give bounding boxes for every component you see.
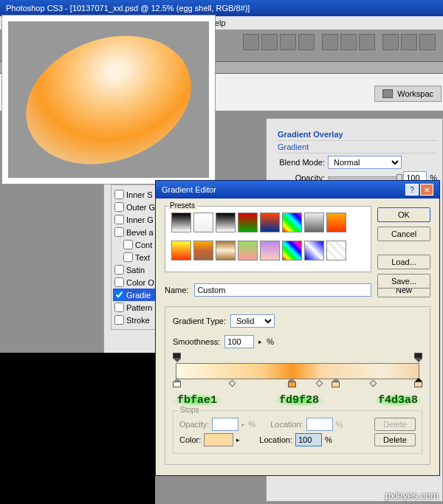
toolbar-icon[interactable]: [243, 34, 259, 50]
stop-location-unit-1: %: [336, 420, 343, 429]
layer-style-label: Gradie: [126, 291, 151, 300]
cancel-button[interactable]: Cancel: [377, 227, 430, 241]
presets-label: Presets: [168, 201, 197, 210]
toolbar-icon[interactable]: [280, 34, 296, 50]
layer-style-checkbox[interactable]: [114, 190, 124, 199]
stop-location-label-1: Location:: [270, 420, 303, 429]
stop-opacity-unit: %: [248, 420, 255, 429]
layer-style-label: Cont: [135, 241, 152, 249]
gradient-subtitle: Gradient: [278, 142, 437, 153]
preset-swatch[interactable]: [171, 213, 191, 232]
stop-opacity-input: [212, 418, 238, 431]
workspace-label: Workspac: [397, 89, 433, 98]
opacity-stop-right[interactable]: [414, 353, 422, 362]
gradient-type-select[interactable]: Solid: [230, 314, 275, 328]
stop-location-input-2[interactable]: [295, 433, 322, 446]
preset-swatch[interactable]: [193, 241, 213, 260]
toolbar-icon[interactable]: [419, 34, 436, 50]
blend-mode-label: Blend Mode:: [278, 158, 325, 167]
smoothness-unit: %: [267, 337, 274, 346]
stop-location-label-2: Location:: [259, 435, 292, 444]
toolbar-icon[interactable]: [401, 34, 417, 50]
name-input[interactable]: [194, 283, 371, 297]
toolbar-icon[interactable]: [322, 34, 338, 50]
preset-swatch[interactable]: [326, 241, 346, 260]
preset-swatch[interactable]: [304, 213, 324, 232]
stop-location-input-1: [306, 418, 333, 431]
layer-style-checkbox[interactable]: [114, 277, 124, 287]
midpoint-2[interactable]: [316, 380, 323, 387]
layer-style-label: Inner G: [126, 215, 154, 224]
canvas-preview: [1, 15, 216, 184]
gradient-overlay-panel: Gradient Overlay Gradient Blend Mode: No…: [273, 125, 442, 181]
preset-swatch[interactable]: [260, 241, 280, 260]
layer-style-label: Inner S: [126, 190, 152, 199]
delete-opacity-stop: Delete: [374, 418, 416, 431]
preset-swatch[interactable]: [260, 213, 280, 232]
load-button[interactable]: Load...: [377, 255, 430, 269]
preset-swatch[interactable]: [216, 213, 236, 232]
gradient-overlay-title: Gradient Overlay: [278, 130, 437, 141]
preset-swatch[interactable]: [304, 241, 324, 260]
layer-style-label: Pattern: [126, 303, 152, 312]
color-well[interactable]: [204, 433, 233, 446]
color-stop-4[interactable]: [414, 378, 422, 387]
color-stop-1[interactable]: [173, 378, 181, 387]
hex-label-2: fd9f28: [273, 394, 325, 407]
gradient-bar[interactable]: [176, 363, 419, 379]
watermark: pxleyes.com: [385, 490, 439, 501]
color-stop-3[interactable]: [332, 378, 340, 387]
workspace-button[interactable]: Workspac: [374, 86, 442, 102]
preset-swatch[interactable]: [193, 213, 213, 232]
color-stop-2[interactable]: [288, 378, 296, 387]
help-button[interactable]: ?: [405, 184, 419, 196]
layer-style-checkbox[interactable]: [114, 215, 124, 224]
preset-swatch[interactable]: [282, 213, 302, 232]
blend-mode-select[interactable]: Normal: [328, 156, 402, 169]
layer-style-checkbox[interactable]: [114, 202, 124, 212]
layer-style-label: Satin: [126, 266, 145, 275]
layer-style-label: Color O: [126, 278, 154, 287]
preset-swatch[interactable]: [326, 213, 346, 232]
app-title: Photoshop CS3 - [10137071_xxl.psd @ 12.5…: [6, 4, 250, 13]
layer-style-checkbox[interactable]: [114, 265, 124, 275]
egg-shape: [8, 13, 210, 186]
layer-style-checkbox[interactable]: [114, 290, 124, 300]
toolbar-icon[interactable]: [382, 34, 399, 50]
ok-button[interactable]: OK: [377, 207, 430, 222]
toolbar-icon[interactable]: [340, 34, 357, 50]
workspace-icon: [382, 89, 393, 98]
toolbar-icon[interactable]: [298, 34, 315, 50]
smoothness-label: Smoothness:: [173, 337, 220, 346]
toolbar-icon[interactable]: [359, 34, 375, 50]
preset-swatch[interactable]: [282, 241, 302, 260]
close-button[interactable]: ✕: [420, 184, 433, 196]
hex-label-1: fbfae1: [171, 394, 223, 407]
midpoint-3[interactable]: [370, 380, 377, 387]
layer-style-label: Stroke: [126, 316, 150, 325]
hex-label-3: f4d3a8: [372, 394, 424, 407]
stop-color-label: Color:: [179, 435, 201, 444]
layer-style-checkbox[interactable]: [114, 303, 124, 312]
stop-opacity-label: Opacity:: [179, 420, 209, 429]
name-label: Name:: [165, 286, 188, 294]
layer-style-checkbox[interactable]: [114, 315, 124, 325]
preset-swatch[interactable]: [216, 241, 236, 260]
gradient-type-label: Gradient Type:: [173, 317, 226, 325]
save-button[interactable]: Save...: [377, 274, 430, 289]
layer-style-label: Outer G: [126, 203, 155, 212]
opacity-stop-left[interactable]: [173, 353, 181, 362]
layer-style-checkbox[interactable]: [123, 240, 133, 249]
dialog-title: Gradient Editor: [162, 185, 216, 194]
preset-swatch[interactable]: [238, 213, 258, 232]
layer-style-checkbox[interactable]: [114, 227, 124, 237]
midpoint-1[interactable]: [228, 380, 236, 387]
presets-box: [165, 206, 371, 272]
preset-swatch[interactable]: [171, 241, 191, 260]
toolbar-icon[interactable]: [261, 34, 278, 50]
preset-swatch[interactable]: [238, 241, 258, 260]
layer-style-label: Bevel a: [126, 228, 154, 237]
delete-color-stop[interactable]: Delete: [374, 433, 416, 446]
layer-style-checkbox[interactable]: [123, 252, 133, 262]
smoothness-input[interactable]: [224, 335, 254, 348]
